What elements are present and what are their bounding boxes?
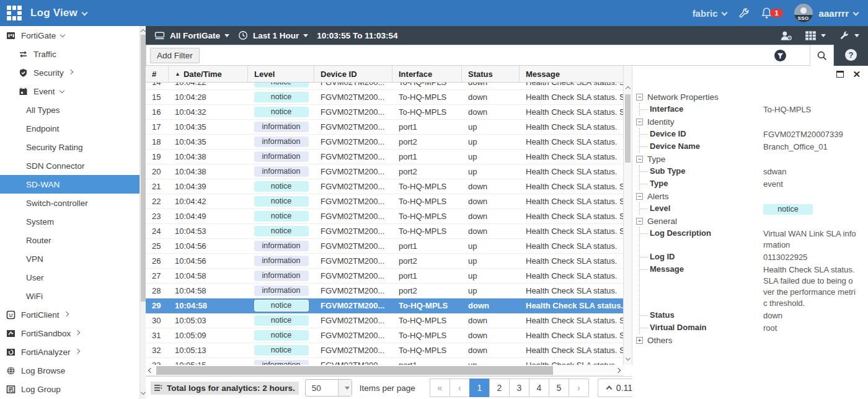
column-header-status[interactable]: Status [462, 66, 520, 82]
notifications-button[interactable]: 1 [761, 7, 782, 19]
apps-grid-icon[interactable] [7, 6, 22, 20]
sidebar-item-endpoint[interactable]: Endpoint [0, 119, 140, 138]
tools-button[interactable] [838, 30, 859, 41]
sidebar-item-forticlient[interactable]: FortiClient [0, 305, 140, 324]
page-nav-button[interactable]: ‹ [450, 379, 470, 397]
scroll-right-icon[interactable] [616, 368, 621, 373]
sidebar-item-router[interactable]: Router [0, 231, 140, 249]
sidebar-item-all-types[interactable]: All Types [0, 101, 140, 119]
log-row-15[interactable]: 1510:04:28noticeFGVM02TM200...To-HQ-MPLS… [146, 90, 623, 105]
sidebar-item-fortisandbox[interactable]: FortiSandbox [0, 324, 140, 343]
log-row-32[interactable]: 3210:05:13noticeFGVM02TM200...To-HQ-MPLS… [146, 343, 623, 358]
column-header-level[interactable]: Level [248, 66, 314, 82]
sidebar-item-user[interactable]: User [0, 268, 140, 287]
collapse-icon[interactable]: − [636, 218, 643, 225]
scroll-up-icon[interactable] [625, 86, 630, 91]
page-button-2[interactable]: 2 [489, 379, 510, 397]
expand-icon[interactable]: + [636, 337, 643, 344]
log-row-23[interactable]: 2310:04:49noticeFGVM02TM200...To-HQ-MPLS… [146, 209, 623, 224]
sidebar-item-switch-controller[interactable]: Switch-controller [0, 194, 140, 212]
column-header--[interactable]: # [146, 66, 169, 82]
collapse-icon[interactable]: − [636, 193, 643, 200]
search-button[interactable] [810, 45, 833, 66]
log-row-33[interactable]: 3310:05:15informationFGVM02TM200port1upH… [146, 358, 623, 365]
log-row-20[interactable]: 2010:04:38informationFGVM02TM200...port2… [146, 164, 623, 179]
log-row-22[interactable]: 2210:04:42noticeFGVM02TM200...To-HQ-MPLS… [146, 194, 623, 209]
collapse-icon[interactable]: − [636, 94, 643, 101]
sidebar-item-fortianalyzer[interactable]: FortiAnalyzer [0, 343, 140, 361]
collapse-icon[interactable]: − [636, 156, 643, 163]
log-row-30[interactable]: 3010:05:03noticeFGVM02TM200...To-HQ-MPLS… [146, 313, 623, 328]
level-badge: information [254, 256, 309, 266]
log-row-26[interactable]: 2610:04:56informationFGVM02TM200...port2… [146, 254, 623, 269]
sidebar-item-sdn-connector[interactable]: SDN Connector [0, 156, 140, 175]
sidebar-item-system[interactable]: System [0, 212, 140, 231]
log-row-24[interactable]: 2410:04:53noticeFGVM02TM200...To-HQ-MPLS… [146, 224, 623, 239]
page-button-4[interactable]: 4 [529, 379, 549, 397]
interface-cell: To-HQ-MPLS [392, 194, 462, 208]
collapse-icon[interactable]: − [636, 119, 643, 125]
sidebar-item-sd-wan[interactable]: SD-WAN [0, 175, 140, 194]
log-row-27[interactable]: 2710:04:58informationFGVM02TM200...port1… [146, 269, 623, 284]
column-settings-button[interactable] [805, 30, 826, 41]
column-header-device-id[interactable]: Device ID [314, 66, 392, 82]
sidebar-item-fortigate[interactable]: FortiGate [0, 26, 140, 45]
page-button-3[interactable]: 3 [509, 379, 529, 397]
avatar[interactable]: SSO [794, 4, 813, 22]
scroll-left-icon[interactable] [148, 368, 153, 373]
sidebar-item-log-group[interactable]: Log Group [0, 380, 140, 398]
sidebar-item-label: FortiClient [21, 310, 60, 320]
log-row-18[interactable]: 1810:04:35informationFGVM02TM200...port2… [146, 135, 623, 150]
scroll-down-icon[interactable] [625, 356, 630, 361]
sidebar-item-log-browse[interactable]: Log Browse [0, 361, 140, 380]
filter-input[interactable]: Add Filter [146, 45, 834, 66]
table-scroll-thumb[interactable] [625, 94, 631, 163]
level-cell: information [248, 284, 314, 298]
device-selector[interactable]: All FortiGate [154, 31, 229, 40]
help-button[interactable]: ? [845, 49, 857, 61]
column-header-date-time[interactable]: ▲Date/Time [169, 66, 248, 82]
table-vertical-scrollbar[interactable] [623, 66, 632, 365]
sidebar-item-event[interactable]: Event [0, 82, 140, 101]
log-row-29[interactable]: 2910:04:58noticeFGVM02TM200...To-HQ-MPLS… [146, 298, 623, 313]
log-row-19[interactable]: 1910:04:38informationFGVM02TM200...port1… [146, 150, 623, 164]
sidebar-item-security-rating[interactable]: Security Rating [0, 138, 140, 156]
log-row-31[interactable]: 3110:05:09noticeFGVM02TM200...To-HQ-MPLS… [146, 328, 623, 343]
log-row-14[interactable]: 1410:04:22noticeFGVM02TM200...To-HQ-MPLS… [146, 83, 623, 90]
scroll-down-icon[interactable] [141, 390, 146, 395]
sidebar-item-vpn[interactable]: VPN [0, 249, 140, 268]
panel-maximize-icon[interactable] [836, 71, 844, 78]
level-cell: notice [248, 224, 314, 238]
user-settings-button[interactable] [780, 30, 792, 41]
log-row-28[interactable]: 2810:04:58informationFGVM02TM200...port2… [146, 284, 623, 298]
device-cell: FGVM02TM200... [314, 90, 392, 104]
log-row-16[interactable]: 1610:04:32noticeFGVM02TM200...To-HQ-MPLS… [146, 105, 623, 120]
column-header-message[interactable]: Message [520, 66, 623, 82]
wrench-icon[interactable] [738, 7, 750, 19]
log-row-17[interactable]: 1710:04:35informationFGVM02TM200...port1… [146, 120, 623, 135]
page-size-select[interactable]: 50 [305, 379, 352, 397]
sidebar-item-wifi[interactable]: WiFi [0, 287, 140, 305]
field-value: To-HQ-MPLS [763, 103, 856, 115]
column-header-interface[interactable]: Interface [392, 66, 462, 82]
time-selector[interactable]: Last 1 Hour [238, 30, 308, 40]
page-button-5[interactable]: 5 [549, 379, 569, 397]
sidebar-item-traffic[interactable]: Traffic [0, 45, 140, 63]
interface-cell: To-HQ-MPLS [392, 83, 462, 89]
page-button-1[interactable]: 1 [469, 379, 490, 397]
sidebar-item-security[interactable]: Security [0, 63, 140, 82]
log-row-21[interactable]: 2110:04:39noticeFGVM02TM200...To-HQ-MPLS… [146, 179, 623, 194]
page-nav-button[interactable]: « [430, 379, 450, 397]
table-hscroll-thumb[interactable] [156, 366, 553, 375]
field-key: Log Description [650, 227, 763, 240]
filter-funnel-button[interactable] [774, 49, 787, 64]
fabric-selector[interactable]: fabric [693, 8, 727, 19]
app-title-chevron-down-icon[interactable] [81, 9, 87, 16]
user-menu[interactable]: aaarrrr [824, 8, 858, 19]
scroll-up-icon[interactable] [141, 29, 146, 34]
table-horizontal-scrollbar[interactable] [146, 365, 623, 376]
add-filter-button[interactable]: Add Filter [150, 48, 200, 63]
log-row-25[interactable]: 2510:04:56informationFGVM02TM200...port1… [146, 239, 623, 254]
panel-close-icon[interactable]: ✕ [852, 71, 861, 78]
page-nav-button[interactable]: › [569, 379, 589, 397]
